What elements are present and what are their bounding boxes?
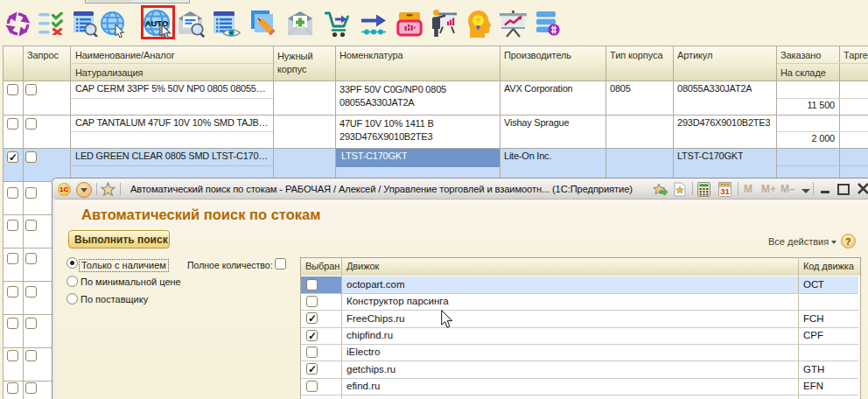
svg-text:31: 31	[720, 186, 730, 196]
